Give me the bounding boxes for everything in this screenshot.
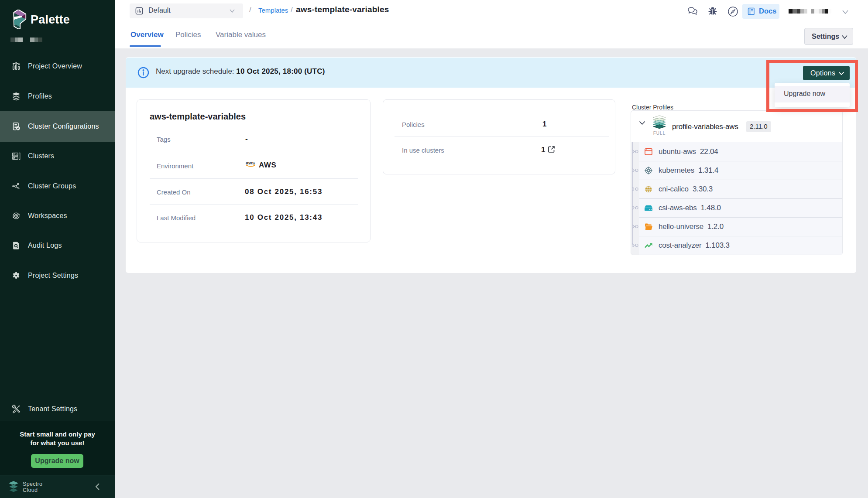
svg-text:aws: aws: [246, 160, 255, 165]
